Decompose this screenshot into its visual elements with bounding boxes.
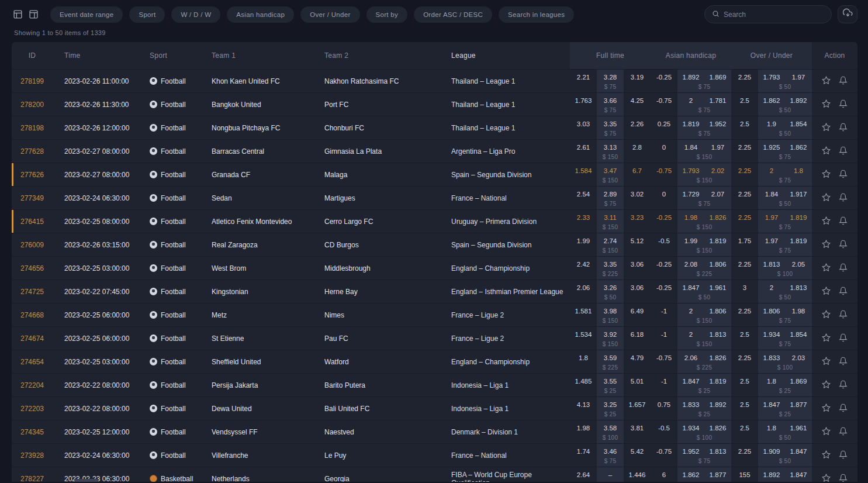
filter-pill[interactable]: Sport — [129, 6, 165, 23]
alert-button[interactable] — [839, 263, 848, 274]
alert-button[interactable] — [839, 450, 848, 461]
alert-button[interactable] — [839, 99, 848, 110]
table-row[interactable]: 272204 2023-02-22 08:00:00 Football Pers… — [12, 373, 857, 396]
alert-button[interactable] — [839, 76, 848, 87]
event-id-link[interactable]: 274654 — [12, 350, 53, 373]
favorite-button[interactable] — [822, 146, 831, 157]
table-row[interactable]: 274725 2023-02-22 07:45:00 Football King… — [12, 280, 857, 303]
table-row[interactable]: 272203 2023-02-22 08:00:00 Football Dewa… — [12, 396, 857, 420]
alert-button[interactable] — [839, 474, 848, 482]
event-id-link[interactable]: 278227 — [12, 467, 53, 482]
alert-button[interactable] — [839, 287, 848, 297]
alert-button[interactable] — [839, 403, 848, 414]
filter-pill[interactable]: W / D / W — [171, 6, 220, 23]
ou-over-odd: 1.84 — [758, 191, 785, 198]
header-team1[interactable]: Team 1 — [200, 42, 313, 69]
header-sport[interactable]: Sport — [138, 42, 200, 69]
alert-button[interactable] — [839, 170, 848, 180]
event-id-link[interactable]: 276415 — [12, 210, 53, 233]
alert-button[interactable] — [839, 123, 848, 133]
ou-line: 2.25 — [738, 167, 751, 175]
favorite-button[interactable] — [822, 474, 831, 482]
alert-button[interactable] — [839, 216, 848, 227]
alert-button[interactable] — [839, 193, 848, 203]
favorite-button[interactable] — [822, 123, 831, 133]
table-row[interactable]: 276009 2023-02-26 03:15:00 Football Real… — [12, 233, 857, 256]
table-row[interactable]: 277626 2023-02-27 08:00:00 Football Gran… — [12, 163, 857, 186]
ft-draw-cell: 3.92 $ 150 — [597, 327, 624, 350]
filter-pill[interactable]: Over / Under — [300, 6, 359, 23]
favorite-button[interactable] — [822, 263, 831, 274]
table-row[interactable]: 276415 2023-02-25 08:00:00 Football Atle… — [12, 209, 857, 233]
table-layout-icon[interactable] — [13, 9, 23, 19]
alert-button[interactable] — [839, 427, 848, 437]
event-id-link[interactable]: 277628 — [12, 140, 53, 163]
event-id-link[interactable]: 278200 — [12, 93, 53, 116]
header-time[interactable]: Time — [53, 42, 138, 69]
table-row[interactable]: 278198 2023-02-26 12:00:00 Football Nong… — [12, 116, 857, 139]
table-row[interactable]: 273928 2023-02-24 06:30:00 Football Vill… — [12, 443, 857, 467]
alert-button[interactable] — [839, 357, 848, 367]
favorite-button[interactable] — [822, 287, 831, 297]
ah-stake: $ 75 — [698, 201, 711, 207]
favorite-button[interactable] — [822, 427, 831, 437]
table-row[interactable]: 274654 2023-02-25 03:00:00 Football Shef… — [12, 350, 857, 373]
table-row[interactable]: 274656 2023-02-25 03:00:00 Football West… — [12, 256, 857, 280]
favorite-button[interactable] — [822, 310, 831, 320]
favorite-button[interactable] — [822, 99, 831, 110]
horizontal-scrollbar-thumb[interactable] — [75, 479, 98, 482]
table-row[interactable]: 274345 2023-02-25 12:00:00 Football Vend… — [12, 420, 857, 443]
header-league[interactable]: League — [440, 42, 570, 69]
table-row[interactable]: 274674 2023-02-25 06:00:00 Football St E… — [12, 326, 857, 350]
alert-button[interactable] — [839, 333, 848, 344]
favorite-button[interactable] — [822, 216, 831, 227]
cloud-sync-button[interactable] — [838, 5, 857, 23]
filter-pill[interactable]: Order ASC / DESC — [414, 6, 492, 23]
table-row[interactable]: 278227 2023-02-23 06:30:00 Basketball Ne… — [12, 467, 857, 482]
filter-pill[interactable]: Search in leagues — [499, 6, 574, 23]
alert-button[interactable] — [839, 380, 848, 391]
event-id-link[interactable]: 274345 — [12, 420, 53, 443]
alert-button[interactable] — [839, 310, 848, 320]
table-row[interactable]: 274668 2023-02-25 06:00:00 Football Metz… — [12, 303, 857, 326]
header-id[interactable]: ID — [12, 42, 53, 69]
search-box[interactable] — [704, 5, 832, 23]
event-id-link[interactable]: 276009 — [12, 233, 53, 256]
favorite-button[interactable] — [822, 76, 831, 87]
table-row[interactable]: 278200 2023-02-26 11:30:00 Football Bang… — [12, 92, 857, 116]
event-id-link[interactable]: 277626 — [12, 163, 53, 186]
favorite-button[interactable] — [822, 403, 831, 414]
filter-pill[interactable]: Asian handicap — [227, 6, 294, 23]
event-id-link[interactable]: 272204 — [12, 374, 53, 396]
header-asian-handicap[interactable]: Asian handicap — [651, 42, 731, 69]
favorite-button[interactable] — [822, 333, 831, 344]
event-id-link[interactable]: 273928 — [12, 444, 53, 467]
table-row[interactable]: 278199 2023-02-26 11:00:00 Football Khon… — [12, 69, 857, 92]
event-id-link[interactable]: 274656 — [12, 257, 53, 280]
event-id-link[interactable]: 278198 — [12, 116, 53, 139]
favorite-button[interactable] — [822, 193, 831, 203]
event-id-link[interactable]: 278199 — [12, 70, 53, 92]
event-id-link[interactable]: 274725 — [12, 280, 53, 303]
filter-pill[interactable]: Event date range — [50, 6, 123, 23]
event-time: 2023-02-22 08:00:00 — [53, 397, 138, 420]
header-team2[interactable]: Team 2 — [313, 42, 440, 69]
event-id-link[interactable]: 274674 — [12, 327, 53, 350]
filter-pill[interactable]: Sort by — [366, 6, 408, 23]
header-full-time[interactable]: Full time — [570, 42, 651, 69]
favorite-button[interactable] — [822, 357, 831, 367]
event-id-link[interactable]: 274668 — [12, 303, 53, 326]
board-layout-icon[interactable] — [29, 9, 39, 19]
search-input[interactable] — [724, 11, 824, 19]
table-row[interactable]: 277349 2023-02-24 06:30:00 Football Seda… — [12, 186, 857, 209]
favorite-button[interactable] — [822, 450, 831, 461]
favorite-button[interactable] — [822, 240, 831, 250]
alert-button[interactable] — [839, 240, 848, 250]
favorite-button[interactable] — [822, 170, 831, 180]
event-id-link[interactable]: 277349 — [12, 187, 53, 209]
favorite-button[interactable] — [822, 380, 831, 391]
table-row[interactable]: 277628 2023-02-27 08:00:00 Football Barr… — [12, 139, 857, 163]
header-over-under[interactable]: Over / Under — [731, 42, 812, 69]
event-id-link[interactable]: 272203 — [12, 397, 53, 420]
alert-button[interactable] — [839, 146, 848, 157]
